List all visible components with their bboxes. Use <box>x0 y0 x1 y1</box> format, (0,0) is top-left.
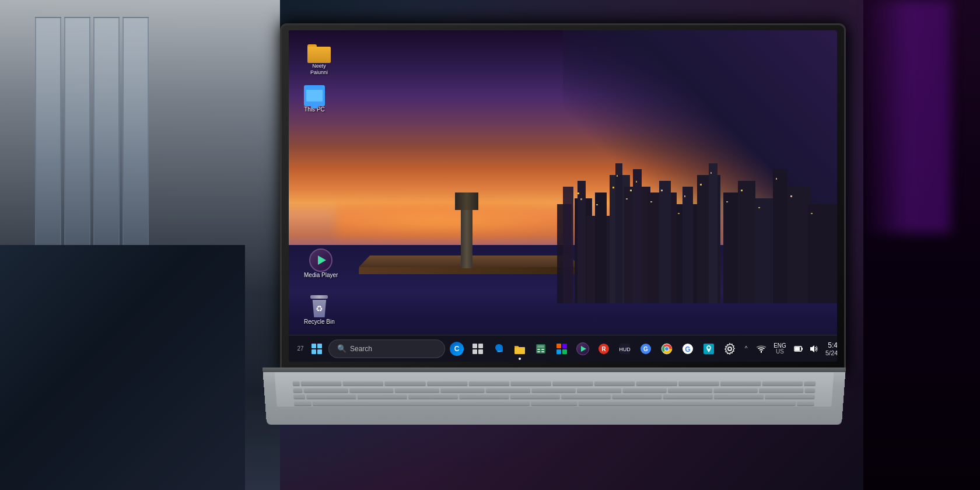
key[interactable] <box>384 382 425 386</box>
edge-icon <box>492 342 505 355</box>
key[interactable] <box>668 388 712 393</box>
key[interactable] <box>510 395 560 400</box>
volume-button[interactable] <box>807 342 821 356</box>
key[interactable] <box>663 395 713 400</box>
battery-button[interactable] <box>792 342 806 356</box>
win-quad-tr <box>317 344 322 348</box>
desktop-icon-folder[interactable]: NeetyPaiunni <box>305 42 333 78</box>
copilot-icon: C <box>450 342 464 356</box>
svg-rect-37 <box>741 190 743 191</box>
key[interactable] <box>301 382 342 386</box>
shelf-area <box>0 245 245 490</box>
key[interactable] <box>636 382 677 386</box>
task-view-button[interactable] <box>468 340 487 358</box>
svg-rect-53 <box>556 344 561 348</box>
wifi-button[interactable] <box>754 342 768 356</box>
system-tray: ^ ENG US <box>739 338 837 359</box>
pc-stand <box>311 105 318 108</box>
key[interactable] <box>804 388 815 393</box>
app3-icon: G <box>639 342 652 355</box>
key[interactable] <box>440 388 485 393</box>
search-bar[interactable]: 🔍 Search <box>328 340 445 358</box>
app-icon-3[interactable]: G <box>636 340 655 358</box>
key[interactable] <box>486 388 530 393</box>
svg-rect-27 <box>626 198 628 200</box>
key[interactable] <box>720 382 761 386</box>
key[interactable] <box>357 395 407 400</box>
app1-icon: R <box>597 342 610 355</box>
svg-rect-54 <box>562 344 567 348</box>
key[interactable] <box>622 388 667 393</box>
key[interactable] <box>678 382 719 386</box>
task-view-icon <box>472 343 484 355</box>
media-icon-tb <box>576 342 589 355</box>
key[interactable] <box>797 401 814 406</box>
start-button[interactable] <box>307 340 326 358</box>
key[interactable] <box>612 395 662 400</box>
key[interactable] <box>459 395 509 400</box>
copilot-button[interactable]: C <box>447 340 466 358</box>
svg-rect-7 <box>615 163 622 303</box>
key[interactable] <box>306 395 356 400</box>
svg-point-65 <box>665 347 668 351</box>
win-quad-tl <box>312 344 316 348</box>
key[interactable] <box>303 388 348 393</box>
svg-rect-21 <box>808 204 837 303</box>
media-player-taskbar-button[interactable] <box>573 340 592 358</box>
app-icon-2[interactable]: HUD <box>615 340 634 358</box>
taskbar-number-indicator[interactable]: 27 <box>293 338 307 359</box>
key[interactable] <box>349 388 393 393</box>
app-icon-1[interactable]: R <box>594 340 613 358</box>
settings-button[interactable] <box>720 340 739 358</box>
chevron-button[interactable]: ^ <box>739 342 753 356</box>
key[interactable] <box>313 401 530 406</box>
key[interactable] <box>293 382 300 386</box>
desktop-icon-media-player[interactable]: Media Player <box>302 246 340 281</box>
key[interactable] <box>510 382 551 386</box>
maps-button[interactable] <box>699 340 718 358</box>
key[interactable] <box>293 388 302 393</box>
store-button[interactable] <box>552 340 571 358</box>
laptop-container: NeetyPaiunni This PC Media Player <box>262 23 875 467</box>
svg-rect-40 <box>790 195 792 197</box>
key-row-1 <box>292 381 816 387</box>
desktop-icon-recycle-bin[interactable]: ♻ Recycle Bin <box>302 293 337 328</box>
svg-rect-39 <box>776 178 777 180</box>
language-button[interactable]: ENG US <box>769 338 790 359</box>
wallpaper <box>289 30 837 362</box>
volume-icon <box>809 344 818 354</box>
key[interactable] <box>714 395 764 400</box>
key[interactable] <box>594 382 635 386</box>
chrome-button[interactable] <box>657 340 676 358</box>
key[interactable] <box>531 401 577 406</box>
key[interactable] <box>561 395 611 400</box>
desktop-icon-this-pc[interactable]: This PC <box>302 83 327 116</box>
calculator-button[interactable] <box>531 340 550 358</box>
edge-button[interactable] <box>489 340 508 358</box>
app2-icon: HUD <box>618 342 631 355</box>
key[interactable] <box>426 382 467 386</box>
key[interactable] <box>759 388 804 393</box>
windows-logo <box>312 344 322 354</box>
key[interactable] <box>552 382 593 386</box>
key[interactable] <box>294 401 312 406</box>
key[interactable] <box>408 395 459 400</box>
key[interactable] <box>765 395 815 400</box>
key[interactable] <box>342 382 383 386</box>
google-app-button[interactable]: G <box>678 340 697 358</box>
svg-rect-15 <box>709 163 718 303</box>
key[interactable] <box>579 401 796 406</box>
key[interactable] <box>395 388 439 393</box>
key[interactable] <box>531 388 576 393</box>
file-explorer-button[interactable] <box>510 340 529 358</box>
key[interactable] <box>762 382 803 386</box>
clock[interactable]: 5:40 PM 5/24/2023 <box>822 340 837 358</box>
key-row-2 <box>293 387 815 393</box>
key[interactable] <box>713 388 758 393</box>
key[interactable] <box>577 388 621 393</box>
svg-rect-24 <box>596 204 598 205</box>
key[interactable] <box>293 395 305 400</box>
laptop-base-surface <box>275 372 834 407</box>
key[interactable] <box>804 382 816 386</box>
key[interactable] <box>468 382 509 386</box>
